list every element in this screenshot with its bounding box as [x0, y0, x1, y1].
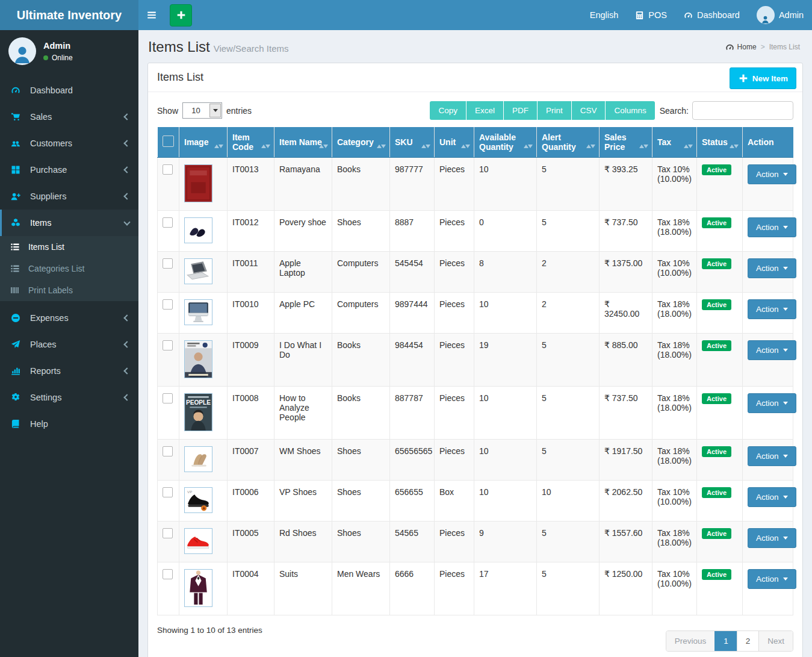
excel-button[interactable]: Excel — [466, 101, 504, 120]
caret-down-icon — [783, 349, 788, 352]
column-header-tax[interactable]: Tax — [652, 127, 697, 158]
sidebar-item-expenses[interactable]: Expenses — [0, 305, 138, 331]
pagination-page-2[interactable]: 2 — [737, 631, 759, 651]
sidebar-item-items-list[interactable]: Items List — [0, 236, 138, 258]
alert-quantity: 5 — [542, 569, 547, 579]
sidebar-item-suppliers[interactable]: Suppliers — [0, 183, 138, 210]
sidebar-item-items[interactable]: Items — [0, 210, 138, 236]
sidebar-toggle-button[interactable] — [138, 0, 165, 30]
row-checkbox[interactable] — [163, 164, 173, 175]
column-header-item-code[interactable]: Item Code — [228, 127, 274, 158]
cell-item-sku: 987777 — [390, 158, 435, 211]
tax-percent: (18.00%) — [657, 227, 692, 237]
row-checkbox[interactable] — [163, 340, 173, 350]
item-unit: Pieces — [439, 569, 465, 579]
pos-link[interactable]: POS — [627, 0, 675, 30]
column-header-status[interactable]: Status — [697, 127, 743, 158]
alert-quantity: 5 — [542, 446, 547, 456]
row-checkbox[interactable] — [163, 487, 173, 497]
item-category: Shoes — [337, 528, 361, 538]
sidebar-item-help[interactable]: Help — [0, 411, 138, 437]
row-action-button[interactable]: Action — [748, 258, 796, 278]
row-action-button[interactable]: Action — [748, 446, 796, 466]
row-checkbox[interactable] — [163, 446, 173, 456]
csv-button[interactable]: CSV — [572, 101, 606, 120]
sidebar-item-dashboard[interactable]: Dashboard — [0, 77, 138, 104]
status-badge: Active — [702, 569, 731, 580]
row-action-button[interactable]: Action — [748, 164, 796, 184]
image-cell — [179, 522, 228, 562]
print-button[interactable]: Print — [538, 101, 572, 120]
sidebar-item-label: Categories List — [28, 264, 84, 273]
available-quantity: 10 — [479, 446, 489, 456]
app-logo[interactable]: Ultimate Inventory — [0, 0, 138, 30]
column-header-category[interactable]: Category — [332, 127, 390, 158]
row-checkbox[interactable] — [163, 258, 173, 269]
page-title: Items ListView/Search Items — [148, 39, 288, 55]
column-header-item-name[interactable]: Item Name — [274, 127, 332, 158]
dashboard-link[interactable]: Dashboard — [675, 0, 748, 30]
page-length-select[interactable]: 10 — [182, 102, 222, 119]
user-menu[interactable]: Admin — [748, 0, 812, 30]
cell-item-category: Shoes — [332, 481, 390, 522]
tax-rate: Tax 10% — [657, 569, 692, 579]
row-action-button[interactable]: Action — [748, 299, 796, 319]
cell-sales-price: ₹ 393.25 — [600, 158, 652, 211]
column-header-alert-quantity[interactable]: Alert Quantity — [537, 127, 600, 158]
pagination-previous[interactable]: Previous — [666, 631, 715, 651]
pagination-page-1[interactable]: 1 — [714, 631, 737, 651]
chevron-left-icon — [123, 314, 130, 321]
pdf-button[interactable]: PDF — [504, 101, 538, 120]
sidebar-item-reports[interactable]: Reports — [0, 358, 138, 384]
column-header-image[interactable]: Image — [179, 127, 228, 158]
row-checkbox[interactable] — [163, 299, 173, 310]
columns-button[interactable]: Columns — [606, 101, 654, 120]
online-status[interactable]: Online — [43, 54, 73, 62]
sidebar-item-sales[interactable]: Sales — [0, 104, 138, 130]
column-header-available-quantity[interactable]: Available Quantity — [474, 127, 537, 158]
sidebar-item-places[interactable]: Places — [0, 331, 138, 358]
search-input[interactable] — [692, 101, 793, 120]
items-panel: Items List New Item Show 10 entries Copy — [147, 63, 803, 657]
select-all-checkbox[interactable] — [163, 135, 174, 147]
cell-item-sku: 545454 — [390, 252, 435, 293]
cell-tax: Tax 18%(18.00%) — [652, 522, 697, 562]
online-dot-icon — [43, 55, 48, 60]
row-checkbox[interactable] — [163, 569, 173, 579]
cell-item-name: I Do What I Do — [274, 334, 332, 387]
sidebar-item-settings[interactable]: Settings — [0, 384, 138, 411]
table-row: IT0011Apple LaptopComputers545454Pieces8… — [158, 252, 793, 293]
breadcrumb-home[interactable]: Home — [725, 43, 757, 52]
item-name: VP Shoes — [279, 487, 317, 497]
row-action-button[interactable]: Action — [748, 569, 796, 589]
item-unit: Pieces — [439, 217, 465, 227]
language-menu[interactable]: English — [581, 0, 627, 30]
alert-quantity: 5 — [542, 340, 547, 350]
copy-button[interactable]: Copy — [430, 101, 466, 120]
cell-alert-quantity: 2 — [537, 252, 600, 293]
new-item-button[interactable]: New Item — [730, 67, 796, 89]
row-action-button[interactable]: Action — [748, 528, 796, 548]
item-sku: 6666 — [395, 569, 414, 579]
sidebar-item-customers[interactable]: Customers — [0, 130, 138, 157]
row-action-button[interactable]: Action — [748, 487, 796, 507]
alert-quantity: 5 — [542, 528, 547, 538]
sidebar-item-print-labels[interactable]: Print Labels — [0, 279, 138, 301]
formal-shoes-product-image — [184, 217, 212, 243]
row-action-button[interactable]: Action — [748, 217, 796, 237]
pagination-next[interactable]: Next — [758, 631, 793, 651]
column-header-sku[interactable]: SKU — [390, 127, 435, 158]
row-checkbox[interactable] — [163, 393, 173, 403]
cell-item-unit: Pieces — [435, 334, 474, 387]
row-action-button[interactable]: Action — [748, 340, 796, 360]
cell-item-sku: 887787 — [390, 387, 435, 440]
sidebar-item-purchase[interactable]: Purchase — [0, 157, 138, 183]
item-unit: Pieces — [439, 164, 465, 174]
row-action-button[interactable]: Action — [748, 393, 796, 413]
row-checkbox[interactable] — [163, 217, 173, 228]
quick-add-button[interactable] — [170, 4, 192, 26]
row-checkbox[interactable] — [163, 528, 173, 538]
column-header-unit[interactable]: Unit — [435, 127, 474, 158]
sidebar-item-categories-list[interactable]: Categories List — [0, 258, 138, 279]
column-header-sales-price[interactable]: Sales Price — [600, 127, 652, 158]
